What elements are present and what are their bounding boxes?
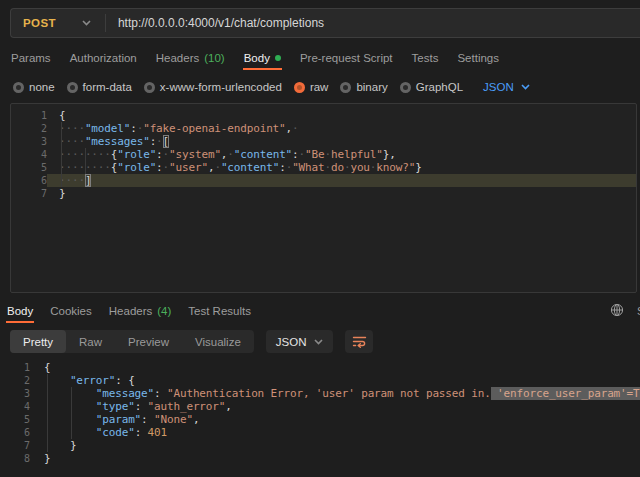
radio-label: raw	[310, 81, 329, 93]
code-token: :	[135, 426, 148, 439]
chevron-down-icon	[314, 339, 323, 345]
code-token: "error"	[70, 374, 115, 387]
code-token: "role"	[117, 161, 156, 174]
line-number: 3	[11, 135, 47, 148]
line-number: 5	[11, 161, 47, 174]
response-tabs: Body Cookies Headers (4) Test Results S	[6, 300, 640, 324]
code-token: "auth_error"	[148, 400, 226, 413]
code-line: 2 "error": {	[0, 374, 640, 387]
code-token: "user"	[169, 161, 208, 174]
radio-x-www-form-urlencoded[interactable]: x-www-form-urlencoded	[144, 81, 282, 93]
tab-cookies[interactable]: Cookies	[49, 301, 93, 323]
method-selector[interactable]: POST	[11, 9, 105, 37]
radio-raw[interactable]: raw	[294, 81, 329, 93]
tab-response-body[interactable]: Body	[6, 301, 34, 323]
code-token: do	[331, 161, 344, 174]
indent-guide	[61, 122, 62, 187]
view-preview[interactable]: Preview	[115, 330, 182, 353]
tab-pre-request-script[interactable]: Pre-request Script	[299, 48, 394, 70]
code-token: :	[141, 413, 154, 426]
code-token: "system"	[169, 148, 221, 161]
response-format-selector[interactable]: JSON	[266, 330, 334, 353]
code-line: 4········{"role":·"system",·"content":·"…	[11, 148, 636, 161]
code-line: 7 }	[0, 439, 640, 452]
line-number: 2	[0, 374, 30, 387]
code-line: 3····"messages":·[	[11, 135, 636, 148]
code-line: 7}	[11, 187, 636, 200]
radio-form-data[interactable]: form-data	[67, 81, 132, 93]
tab-headers[interactable]: Headers (10)	[155, 48, 226, 70]
radio-icon	[400, 82, 411, 93]
code-token: [	[163, 135, 169, 148]
code-line: 5 "param": "None",	[0, 413, 640, 426]
code-token: ,	[225, 400, 231, 413]
request-body-editor[interactable]: 1{2····"model":·"fake-openai-endpoint",·…	[10, 103, 637, 293]
tab-authorization[interactable]: Authorization	[69, 48, 138, 70]
radio-binary[interactable]: binary	[340, 81, 387, 93]
code-token	[44, 413, 96, 426]
code-token: "role"	[117, 148, 156, 161]
code-token: ····	[59, 174, 85, 187]
wrap-text-button[interactable]	[345, 330, 373, 353]
code-token: "code"	[96, 426, 135, 439]
code-token: }	[59, 187, 65, 200]
line-number: 1	[11, 109, 47, 122]
view-raw[interactable]: Raw	[66, 330, 115, 353]
line-number: 3	[0, 387, 30, 400]
code-token: "What	[292, 161, 324, 174]
response-body-editor[interactable]: 1{2 "error": {3 "message": "Authenticati…	[0, 357, 640, 471]
url-input[interactable]: http://0.0.0.0:4000/v1/chat/completions	[106, 16, 324, 30]
line-number: 4	[11, 148, 47, 161]
view-visualize[interactable]: Visualize	[182, 330, 254, 353]
globe-button[interactable]	[610, 303, 624, 321]
code-token: {	[128, 374, 134, 387]
code-token: helpful"	[331, 148, 383, 161]
code-token: "fake-openai-endpoint"	[143, 122, 285, 135]
chevron-down-icon	[82, 20, 91, 26]
code-token	[44, 400, 96, 413]
line-number: 8	[0, 452, 30, 465]
text-wrap-icon	[352, 335, 367, 348]
code-token: "content"	[221, 161, 279, 174]
response-format-label: JSON	[276, 336, 307, 348]
code-token: 401	[148, 426, 167, 439]
indent-guide	[85, 148, 86, 174]
code-line: 6····]	[11, 174, 636, 187]
tab-response-headers[interactable]: Headers (4)	[108, 301, 173, 323]
radio-graphql[interactable]: GraphQL	[400, 81, 463, 93]
postman-window: POST http://0.0.0.0:4000/v1/chat/complet…	[0, 0, 640, 477]
tab-test-results[interactable]: Test Results	[187, 301, 252, 323]
code-token: ,	[193, 413, 199, 426]
tab-params[interactable]: Params	[10, 48, 52, 70]
code-token: :	[154, 387, 167, 400]
view-pretty[interactable]: Pretty	[10, 330, 66, 353]
code-token	[44, 426, 96, 439]
response-toolbar: Pretty Raw Preview Visualize JSON	[10, 330, 640, 353]
raw-format-selector[interactable]: JSON	[483, 81, 530, 93]
code-line: 6 "code": 401	[0, 426, 640, 439]
tab-label: Headers	[156, 52, 199, 64]
request-code-lines: 1{2····"model":·"fake-openai-endpoint",·…	[11, 109, 636, 200]
code-token: "param"	[96, 413, 141, 426]
radio-label: binary	[356, 81, 387, 93]
code-line: 1{	[11, 109, 636, 122]
code-token: {	[44, 361, 50, 374]
code-token: },	[383, 148, 396, 161]
tab-tests[interactable]: Tests	[411, 48, 440, 70]
view-mode-control: Pretty Raw Preview Visualize	[10, 330, 254, 353]
code-line: 8}	[0, 452, 640, 465]
radio-none[interactable]: none	[13, 81, 55, 93]
tab-label: Headers	[109, 305, 152, 317]
tab-settings[interactable]: Settings	[456, 48, 500, 70]
code-token: "message"	[96, 387, 154, 400]
code-token: ·	[292, 122, 298, 135]
tab-body[interactable]: Body	[243, 48, 282, 70]
line-number: 1	[0, 361, 30, 374]
code-line: 1{	[0, 361, 640, 374]
code-token: 'enforce_user_param'=True"	[491, 387, 640, 400]
code-token: }	[70, 439, 76, 452]
globe-icon	[610, 303, 624, 317]
radio-icon	[340, 82, 351, 93]
code-line: 4 "type": "auth_error",	[0, 400, 640, 413]
code-token: {	[59, 109, 65, 122]
